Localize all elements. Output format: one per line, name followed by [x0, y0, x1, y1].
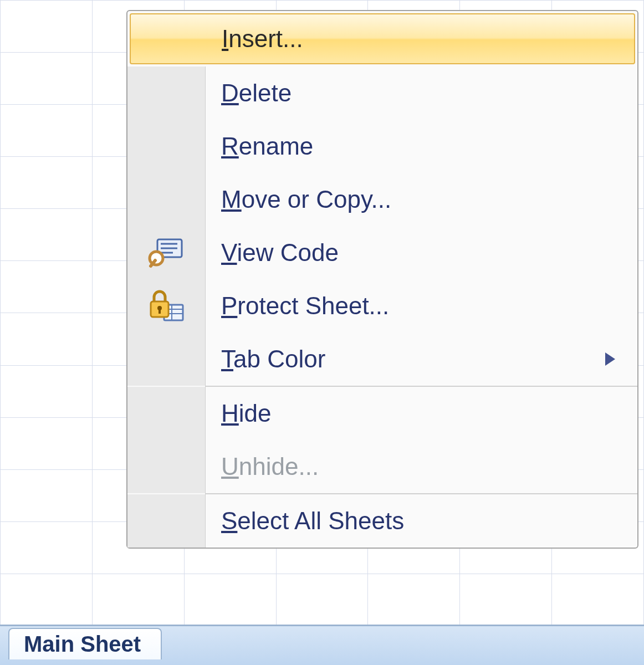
- view-code-icon: [147, 236, 185, 269]
- menu-item-label: Tab Color: [206, 345, 637, 373]
- menu-item-gutter: [131, 14, 206, 63]
- menu-item-unhide: Unhide...: [127, 440, 637, 493]
- menu-item-gutter: [127, 279, 206, 332]
- menu-item-gutter: [127, 387, 206, 440]
- menu-item-view-code[interactable]: View Code: [127, 226, 637, 279]
- menu-item-move-or-copy[interactable]: Move or Copy...: [127, 173, 637, 226]
- menu-item-label: Delete: [206, 79, 637, 107]
- menu-item-label: Unhide...: [206, 453, 637, 480]
- menu-item-gutter: [127, 173, 206, 226]
- menu-item-delete[interactable]: Delete: [127, 66, 637, 120]
- menu-item-insert[interactable]: Insert...: [130, 13, 635, 64]
- menu-item-gutter: [127, 120, 206, 173]
- lock-icon: [147, 289, 185, 323]
- menu-item-label: Select All Sheets: [206, 507, 637, 535]
- menu-item-gutter: [127, 66, 206, 120]
- menu-item-gutter: [127, 440, 206, 493]
- menu-item-protect-sheet[interactable]: Protect Sheet...: [127, 279, 637, 332]
- menu-item-label: Hide: [206, 400, 637, 427]
- menu-item-gutter: [127, 494, 206, 548]
- sheet-tab-bar: Main Sheet: [0, 625, 644, 665]
- sheet-tab-label: Main Sheet: [24, 632, 141, 657]
- menu-item-rename[interactable]: Rename: [127, 120, 637, 173]
- sheet-tab-main[interactable]: Main Sheet: [8, 628, 162, 659]
- sheet-context-menu: Insert...DeleteRenameMove or Copy...View…: [126, 10, 638, 549]
- menu-item-label: View Code: [206, 239, 637, 267]
- menu-item-gutter: [127, 332, 206, 386]
- menu-item-label: Rename: [206, 132, 637, 160]
- submenu-arrow-icon: [605, 352, 615, 366]
- menu-item-tab-color[interactable]: Tab Color: [127, 332, 637, 386]
- menu-item-gutter: [127, 226, 206, 279]
- menu-item-label: Move or Copy...: [206, 186, 637, 213]
- menu-item-label: Protect Sheet...: [206, 292, 637, 320]
- menu-item-hide[interactable]: Hide: [127, 387, 637, 440]
- menu-item-select-all-sheets[interactable]: Select All Sheets: [127, 494, 637, 548]
- menu-item-label: Insert...: [206, 25, 634, 53]
